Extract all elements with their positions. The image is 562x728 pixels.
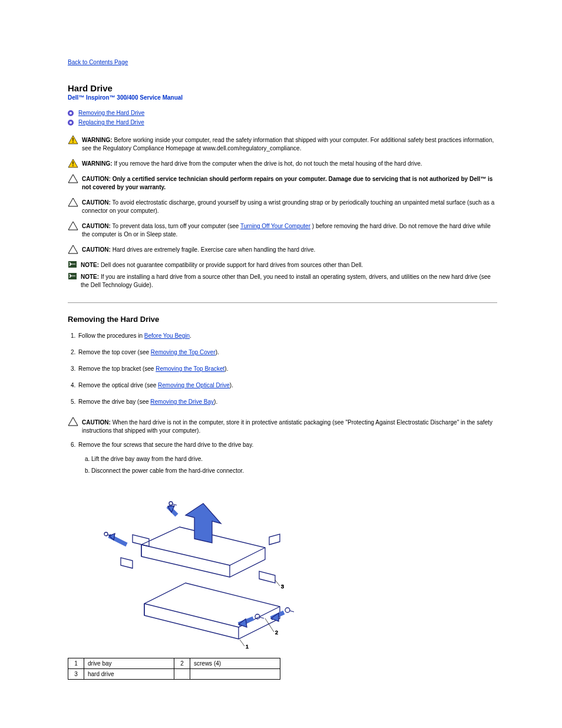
- caution-icon: [68, 197, 78, 207]
- note-icon: [68, 272, 77, 280]
- svg-point-22: [285, 608, 290, 612]
- notice-text: CAUTION: To prevent data loss, turn off …: [82, 221, 497, 239]
- caution-prefix: CAUTION:: [82, 199, 111, 206]
- turning-off-link[interactable]: Turning Off Your Computer: [240, 223, 310, 229]
- note-body: If you are installing a hard drive from …: [81, 274, 491, 288]
- caution-notice: CAUTION: To avoid electrostatic discharg…: [68, 197, 497, 215]
- caution-body-pre: To prevent data loss, turn off your comp…: [113, 223, 241, 229]
- removing-top-cover-link[interactable]: Removing the Top Cover: [151, 349, 216, 355]
- caution-notice: CAUTION: Only a certified service techni…: [68, 174, 497, 192]
- steps-list: Follow the procedures in Before You Begi…: [68, 332, 497, 406]
- svg-marker-14: [68, 417, 78, 426]
- step-post: ).: [230, 382, 233, 388]
- toc-item: Removing the Hard Drive: [68, 109, 497, 117]
- svg-text:2: 2: [275, 630, 278, 635]
- toc-list: Removing the Hard Drive Replacing the Ha…: [68, 109, 497, 127]
- step-pre: Remove the top bracket (see: [78, 365, 156, 372]
- svg-text:1: 1: [246, 644, 249, 650]
- step: Remove the top bracket (see Removing the…: [77, 365, 497, 373]
- mid-caution: CAUTION: When the hard drive is not in t…: [68, 417, 497, 435]
- step-pre: Remove the drive bay (see: [78, 398, 150, 405]
- legend-empty: [190, 669, 280, 680]
- step-post: ).: [216, 349, 219, 355]
- caution-notice: CAUTION: Hard drives are extremely fragi…: [68, 245, 497, 254]
- toc-link-replace[interactable]: Replacing the Hard Drive: [78, 119, 144, 126]
- note-prefix: NOTE:: [81, 274, 99, 280]
- note-notice: NOTE: Dell does not guarantee compatibil…: [68, 260, 497, 269]
- toc-item: Replacing the Hard Drive: [68, 118, 497, 127]
- page-content: Back to Contents Page Hard Drive Dell™ I…: [0, 0, 562, 703]
- svg-point-19: [169, 502, 173, 505]
- caution-icon: [68, 174, 78, 183]
- removing-top-bracket-link[interactable]: Removing the Top Bracket: [156, 365, 224, 372]
- back-to-contents-link[interactable]: Back to Contents Page: [68, 59, 128, 65]
- legend-num: 3: [68, 669, 84, 680]
- svg-marker-8: [68, 174, 78, 183]
- caution-body: Hard drives are extremely fragile. Exerc…: [113, 246, 316, 253]
- bullet-icon: [68, 110, 74, 116]
- legend-empty: [174, 669, 190, 680]
- substeps: Lift the drive bay away from the hard dr…: [78, 455, 497, 475]
- table-row: 3 hard drive: [68, 669, 280, 680]
- step-pre: Remove the optical drive (see: [78, 382, 158, 388]
- warning-notice: ! WARNING: If you remove the hard drive …: [68, 159, 497, 168]
- legend-label: drive bay: [84, 658, 174, 669]
- notice-text: WARNING: If you remove the hard drive fr…: [82, 159, 497, 168]
- svg-point-1: [70, 112, 72, 114]
- caution-body: To avoid electrostatic discharge, ground…: [82, 199, 494, 214]
- caution-prefix: CAUTION:: [82, 223, 111, 229]
- note-prefix: NOTE:: [81, 262, 99, 268]
- caution-prefix: CAUTION:: [82, 419, 111, 426]
- svg-text:!: !: [72, 137, 74, 144]
- table-row: 1 drive bay 2 screws (4): [68, 658, 280, 669]
- substep: Lift the drive bay away from the hard dr…: [91, 455, 497, 463]
- notice-text: NOTE: Dell does not guarantee compatibil…: [81, 260, 497, 269]
- step-post: ).: [214, 398, 217, 405]
- before-you-begin-link[interactable]: Before You Begin: [144, 332, 190, 339]
- notice-text: NOTE: If you are installing a hard drive…: [81, 272, 497, 289]
- svg-line-27: [275, 580, 280, 586]
- warning-prefix: WARNING:: [82, 160, 113, 167]
- caution-prefix: CAUTION:: [82, 176, 111, 182]
- note-icon: [68, 260, 77, 268]
- note-body: Dell does not guarantee compatibility or…: [101, 262, 363, 268]
- notice-text: CAUTION: Hard drives are extremely fragi…: [82, 245, 497, 254]
- notice-text: CAUTION: When the hard drive is not in t…: [82, 417, 497, 435]
- svg-point-20: [104, 532, 108, 536]
- step: Follow the procedures in Before You Begi…: [77, 332, 497, 340]
- svg-marker-9: [68, 198, 78, 206]
- removing-drive-bay-link[interactable]: Removing the Drive Bay: [150, 398, 214, 405]
- caution-prefix: CAUTION:: [82, 246, 111, 253]
- step: Remove the drive bay (see Removing the D…: [77, 398, 497, 406]
- manual-subtitle: Dell™ Inspiron™ 300/400 Service Manual: [68, 94, 497, 101]
- notice-text: CAUTION: Only a certified service techni…: [82, 174, 497, 192]
- caution-body: Only a certified service technician shou…: [82, 176, 492, 190]
- svg-point-3: [70, 121, 72, 124]
- removing-optical-drive-link[interactable]: Removing the Optical Drive: [158, 382, 230, 388]
- bullet-icon: [68, 120, 74, 126]
- svg-marker-11: [68, 245, 78, 253]
- step-post: .: [190, 332, 191, 339]
- step: Remove the four screws that secure the h…: [77, 441, 497, 475]
- legend-label: hard drive: [84, 669, 174, 680]
- warning-icon: !: [68, 159, 78, 168]
- remove-hd-heading: Removing the Hard Drive: [68, 315, 497, 324]
- note-notice: NOTE: If you are installing a hard drive…: [68, 272, 497, 289]
- notices-block: ! WARNING: Before working inside your co…: [68, 135, 497, 289]
- step-post: ).: [224, 365, 228, 372]
- legend-label: screws (4): [190, 658, 280, 669]
- step-intro: Remove the four screws that secure the h…: [78, 442, 253, 448]
- caution-icon: [68, 245, 78, 254]
- svg-line-23: [240, 640, 244, 646]
- substep: Disconnect the power cable from the hard…: [91, 467, 497, 475]
- warning-prefix: WARNING:: [82, 137, 113, 143]
- caution-icon: [68, 417, 78, 426]
- toc-link-remove[interactable]: Removing the Hard Drive: [78, 110, 144, 116]
- notice-text: CAUTION: To avoid electrostatic discharg…: [82, 197, 497, 215]
- caution-icon: [68, 221, 78, 230]
- step: Remove the top cover (see Removing the T…: [77, 348, 497, 357]
- warning-icon: !: [68, 135, 78, 144]
- step-pre: Remove the top cover (see: [78, 349, 151, 355]
- step: Remove the optical drive (see Removing t…: [77, 381, 497, 390]
- page-title: Hard Drive: [68, 83, 497, 93]
